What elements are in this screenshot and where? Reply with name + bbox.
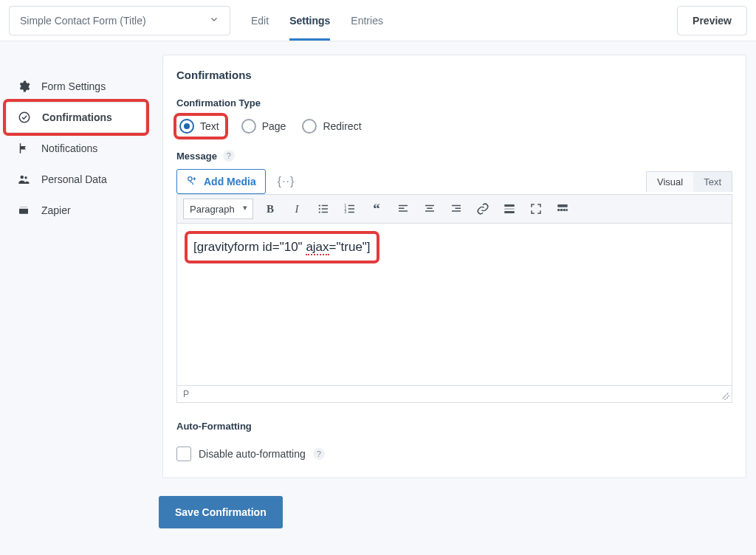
link-icon[interactable] xyxy=(473,199,492,218)
svg-point-0 xyxy=(19,112,30,123)
editor-header: Add Media {··} Visual Text xyxy=(176,169,732,194)
svg-point-13 xyxy=(319,211,320,213)
svg-rect-26 xyxy=(425,210,434,212)
svg-point-1 xyxy=(21,176,24,179)
tab-settings[interactable]: Settings xyxy=(289,0,330,41)
align-right-icon[interactable] xyxy=(447,199,466,218)
sidebar-item-label: Form Settings xyxy=(41,80,106,92)
sidebar-item-confirmations[interactable]: Confirmations xyxy=(6,102,146,133)
format-select[interactable]: Paragraph xyxy=(183,199,253,219)
fullscreen-icon[interactable] xyxy=(526,199,546,218)
check-circle-icon xyxy=(17,110,32,125)
svg-rect-18 xyxy=(348,208,354,210)
radio-icon xyxy=(302,119,317,134)
radio-icon xyxy=(179,119,194,134)
svg-rect-10 xyxy=(322,205,328,207)
sidebar-item-label: Confirmations xyxy=(42,111,112,123)
gear-icon xyxy=(16,79,31,94)
people-icon xyxy=(16,172,31,187)
editor-mode-visual[interactable]: Visual xyxy=(647,172,693,192)
radio-label: Text xyxy=(200,120,219,132)
svg-rect-29 xyxy=(452,210,461,212)
sidebar-item-label: Personal Data xyxy=(41,173,107,185)
editor-status-path: P xyxy=(176,386,732,403)
flag-icon xyxy=(16,141,31,156)
editor-format-toolbar: Paragraph B I 123 “ xyxy=(176,194,732,224)
svg-rect-37 xyxy=(566,209,568,211)
align-center-icon[interactable] xyxy=(420,199,439,218)
bold-icon[interactable]: B xyxy=(261,199,280,218)
radio-label: Redirect xyxy=(323,120,361,132)
zapier-icon xyxy=(16,203,31,218)
form-selector-label: Simple Contact Form (Title) xyxy=(20,15,146,27)
svg-rect-30 xyxy=(504,204,515,207)
read-more-icon[interactable] xyxy=(500,199,519,218)
svg-rect-34 xyxy=(557,209,560,211)
bullet-list-icon[interactable] xyxy=(314,199,333,218)
confirmation-type-label: Confirmation Type xyxy=(176,97,732,108)
panel-title: Confirmations xyxy=(176,69,732,81)
disable-autoformat-label: Disable auto-formatting xyxy=(199,448,306,460)
chevron-down-icon xyxy=(209,14,219,27)
settings-sidebar: Form Settings Confirmations Notification… xyxy=(6,55,146,478)
tab-entries[interactable]: Entries xyxy=(351,0,383,41)
svg-rect-7 xyxy=(19,207,28,209)
svg-point-9 xyxy=(319,204,320,206)
sidebar-item-zapier[interactable]: Zapier xyxy=(6,195,146,226)
confirmation-type-text[interactable]: Text xyxy=(176,116,225,137)
toolbar-toggle-icon[interactable] xyxy=(553,199,572,218)
merge-tag-button[interactable]: {··} xyxy=(275,175,298,188)
add-media-button[interactable]: Add Media xyxy=(176,169,266,194)
nav-tabs: Edit Settings Entries xyxy=(251,0,383,41)
svg-point-2 xyxy=(24,176,27,179)
svg-point-11 xyxy=(319,208,320,210)
sidebar-item-form-settings[interactable]: Form Settings xyxy=(6,71,146,102)
svg-rect-14 xyxy=(322,212,328,213)
svg-text:3: 3 xyxy=(345,210,347,214)
message-label: Message xyxy=(176,151,217,162)
disable-autoformat-checkbox[interactable] xyxy=(176,447,191,461)
topbar: Simple Contact Form (Title) Edit Setting… xyxy=(0,0,756,41)
svg-rect-28 xyxy=(456,208,461,210)
align-left-icon[interactable] xyxy=(394,199,413,218)
message-content: [gravityform id="10" ajax="true"] xyxy=(188,234,377,261)
italic-icon[interactable]: I xyxy=(287,199,306,218)
preview-button[interactable]: Preview xyxy=(677,6,747,35)
help-icon[interactable]: ? xyxy=(223,150,235,162)
confirmation-type-radios: Text Page Redirect xyxy=(176,116,732,137)
svg-rect-21 xyxy=(399,205,408,207)
media-icon xyxy=(186,175,198,189)
editor-mode-tabs: Visual Text xyxy=(646,171,732,192)
form-selector-dropdown[interactable]: Simple Contact Form (Title) xyxy=(9,6,230,35)
save-confirmation-button[interactable]: Save Confirmation xyxy=(159,496,283,528)
radio-label: Page xyxy=(262,120,286,132)
svg-rect-22 xyxy=(399,208,405,210)
tab-edit[interactable]: Edit xyxy=(251,0,269,41)
sidebar-item-label: Zapier xyxy=(41,204,71,216)
svg-rect-35 xyxy=(560,209,563,211)
svg-point-8 xyxy=(188,176,192,180)
autoformat-row: Disable auto-formatting ? xyxy=(176,447,732,461)
svg-rect-20 xyxy=(348,212,354,213)
sidebar-item-label: Notifications xyxy=(41,142,97,154)
confirmation-type-page[interactable]: Page xyxy=(241,119,286,134)
editor-mode-text[interactable]: Text xyxy=(693,172,732,192)
sidebar-item-notifications[interactable]: Notifications xyxy=(6,133,146,164)
svg-rect-32 xyxy=(504,211,515,213)
add-media-label: Add Media xyxy=(204,176,256,187)
svg-rect-33 xyxy=(557,204,568,207)
autoformat-heading: Auto-Formatting xyxy=(176,421,732,432)
numbered-list-icon[interactable]: 123 xyxy=(340,199,360,218)
svg-rect-27 xyxy=(452,205,461,207)
radio-icon xyxy=(241,119,256,134)
message-editor[interactable]: [gravityform id="10" ajax="true"] xyxy=(176,224,732,386)
svg-rect-24 xyxy=(425,205,434,207)
blockquote-icon[interactable]: “ xyxy=(367,199,386,218)
svg-rect-36 xyxy=(563,209,566,211)
help-icon[interactable]: ? xyxy=(313,448,325,460)
confirmation-type-redirect[interactable]: Redirect xyxy=(302,119,361,134)
sidebar-item-personal-data[interactable]: Personal Data xyxy=(6,164,146,195)
workspace: Form Settings Confirmations Notification… xyxy=(0,41,756,478)
svg-rect-31 xyxy=(504,208,515,210)
svg-rect-25 xyxy=(427,208,433,210)
